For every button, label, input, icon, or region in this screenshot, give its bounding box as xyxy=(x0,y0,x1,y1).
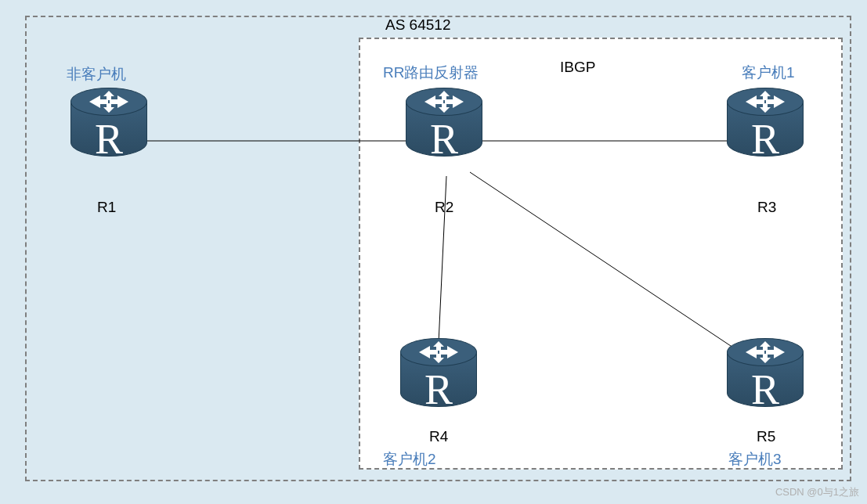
router-r3: R xyxy=(727,88,804,166)
svg-line-2 xyxy=(439,176,446,343)
router-r4: R xyxy=(400,338,477,416)
router-arrows-icon xyxy=(741,340,789,365)
router-arrows-icon xyxy=(420,89,468,114)
router-r5: R xyxy=(727,338,804,416)
router-arrows-icon xyxy=(414,340,463,365)
router-r2: R xyxy=(406,88,482,166)
router-r1: R xyxy=(70,88,147,166)
router-arrows-icon xyxy=(741,89,789,114)
svg-line-3 xyxy=(470,172,752,360)
router-arrows-icon xyxy=(85,89,133,114)
links-layer xyxy=(0,0,867,504)
